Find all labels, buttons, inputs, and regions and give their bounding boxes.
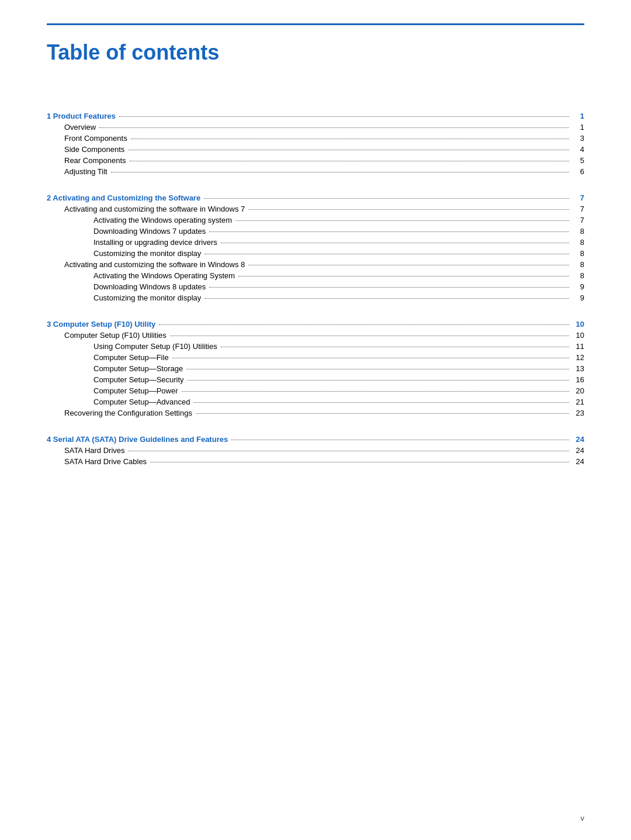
toc-entry-ch2-7[interactable]: Activating the Windows Operating System8 [47, 271, 584, 280]
toc-entry-ch2-1[interactable]: Activating and customizing the software … [47, 205, 584, 213]
toc-entry-ch3-3[interactable]: Computer Setup—File12 [47, 353, 584, 362]
toc-entry-ch1-5[interactable]: Adjusting Tilt6 [47, 167, 584, 176]
toc-entry-ch3-1[interactable]: Computer Setup (F10) Utilities10 [47, 331, 584, 340]
toc-entry-ch2-6[interactable]: Activating and customizing the software … [47, 260, 584, 269]
toc-section-4: 4 Serial ATA (SATA) Drive Guidelines and… [47, 435, 584, 466]
page-title: Table of contents [47, 36, 584, 65]
toc-entry-ch4-2[interactable]: SATA Hard Drive Cables24 [47, 457, 584, 466]
chapter-2-heading[interactable]: 2 Activating and Customizing the Softwar… [47, 193, 584, 202]
toc-section-3: 3 Computer Setup (F10) Utility10Computer… [47, 320, 584, 417]
toc-container: 1 Product Features1Overview1Front Compon… [47, 112, 584, 466]
toc-entry-ch2-3[interactable]: Downloading Windows 7 updates8 [47, 227, 584, 236]
toc-entry-ch1-1[interactable]: Overview1 [47, 123, 584, 132]
toc-entry-ch1-4[interactable]: Rear Components5 [47, 156, 584, 165]
toc-entry-ch1-3[interactable]: Side Components4 [47, 145, 584, 154]
toc-entry-ch2-9[interactable]: Customizing the monitor display9 [47, 293, 584, 302]
toc-entry-ch2-5[interactable]: Customizing the monitor display8 [47, 249, 584, 258]
toc-entry-ch2-2[interactable]: Activating the Windows operating system7 [47, 216, 584, 224]
toc-entry-ch3-4[interactable]: Computer Setup—Storage13 [47, 364, 584, 373]
toc-entry-ch4-1[interactable]: SATA Hard Drives24 [47, 446, 584, 455]
top-border [47, 23, 584, 25]
toc-section-1: 1 Product Features1Overview1Front Compon… [47, 112, 584, 176]
chapter-1-heading[interactable]: 1 Product Features1 [47, 112, 584, 120]
chapter-4-heading[interactable]: 4 Serial ATA (SATA) Drive Guidelines and… [47, 435, 584, 444]
toc-entry-ch2-4[interactable]: Installing or upgrading device drivers8 [47, 238, 584, 247]
toc-entry-ch3-8[interactable]: Recovering the Configuration Settings23 [47, 409, 584, 417]
page-footer: v [581, 814, 585, 822]
toc-entry-ch2-8[interactable]: Downloading Windows 8 updates9 [47, 282, 584, 291]
toc-section-2: 2 Activating and Customizing the Softwar… [47, 193, 584, 302]
toc-entry-ch1-2[interactable]: Front Components3 [47, 134, 584, 143]
toc-entry-ch3-5[interactable]: Computer Setup—Security16 [47, 375, 584, 384]
chapter-3-heading[interactable]: 3 Computer Setup (F10) Utility10 [47, 320, 584, 329]
toc-entry-ch3-6[interactable]: Computer Setup—Power20 [47, 386, 584, 395]
toc-entry-ch3-7[interactable]: Computer Setup—Advanced21 [47, 397, 584, 406]
toc-entry-ch3-2[interactable]: Using Computer Setup (F10) Utilities11 [47, 342, 584, 351]
